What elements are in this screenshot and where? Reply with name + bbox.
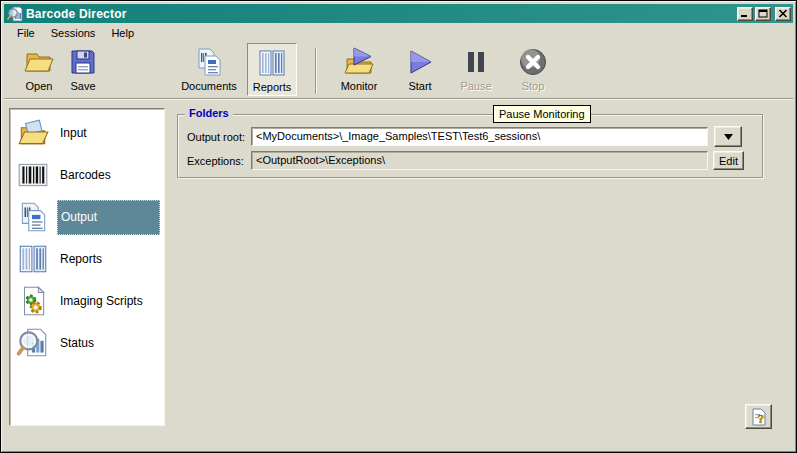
- menu-sessions[interactable]: Sessions: [43, 25, 104, 41]
- title-bar: Barcode Director: [4, 4, 793, 23]
- monitor-button[interactable]: Monitor: [329, 46, 389, 92]
- close-icon: [778, 9, 788, 18]
- toolbar: Open Save Documents: [4, 42, 793, 99]
- sidebar-item-label: Imaging Scripts: [57, 284, 160, 319]
- imaging-scripts-icon: [16, 284, 50, 318]
- pause-button[interactable]: Pause: [451, 46, 501, 92]
- sidebar-item-barcodes[interactable]: Barcodes: [10, 154, 164, 196]
- sidebar-item-label: Status: [57, 326, 160, 361]
- open-button[interactable]: Open: [15, 46, 63, 92]
- menu-help[interactable]: Help: [103, 25, 142, 41]
- sidebar-item-label: Input: [57, 116, 160, 151]
- reports-book-icon: [16, 242, 50, 276]
- status-magnifier-icon: [16, 326, 50, 360]
- start-button[interactable]: Start: [397, 46, 443, 92]
- reports-button[interactable]: Reports: [247, 43, 297, 96]
- sidebar-item-status[interactable]: Status: [10, 322, 164, 364]
- edit-button-label: Edit: [719, 155, 738, 167]
- stop-icon: [517, 46, 549, 78]
- pause-icon: [460, 46, 492, 78]
- minimize-icon: [740, 9, 750, 18]
- minimize-button[interactable]: [737, 7, 753, 21]
- documents-button[interactable]: Documents: [175, 46, 243, 92]
- save-floppy-icon: [67, 46, 99, 78]
- output-root-dropdown-button[interactable]: [714, 126, 742, 147]
- exceptions-row: Exceptions: <OutputRoot>\Exceptions\ Edi…: [187, 151, 744, 170]
- sidebar-item-reports[interactable]: Reports: [10, 238, 164, 280]
- stop-button[interactable]: Stop: [507, 46, 559, 92]
- reports-label: Reports: [253, 81, 292, 93]
- edit-button[interactable]: Edit: [713, 151, 744, 170]
- maximize-button[interactable]: [755, 7, 771, 21]
- sidebar-nav: Input Barcodes Output: [9, 108, 165, 426]
- help-button[interactable]: ?: [745, 404, 772, 429]
- sidebar-item-label: Reports: [57, 242, 160, 277]
- monitor-label: Monitor: [341, 80, 378, 92]
- window-title: Barcode Director: [26, 7, 735, 21]
- app-window: Barcode Director File Sessions Help Open: [0, 0, 797, 453]
- toolbar-separator: [315, 48, 317, 94]
- folders-groupbox: Folders Output root: <MyDocuments>\_Imag…: [177, 114, 763, 178]
- pause-monitoring-tooltip: Pause Monitoring: [493, 105, 591, 123]
- chevron-down-icon: [724, 134, 733, 140]
- exceptions-label: Exceptions:: [187, 155, 251, 167]
- menu-bar: File Sessions Help: [4, 24, 793, 42]
- help-icon: ?: [750, 408, 768, 426]
- pause-label: Pause: [460, 80, 491, 92]
- exceptions-input: <OutputRoot>\Exceptions\: [251, 151, 708, 170]
- documents-label: Documents: [181, 80, 237, 92]
- save-button[interactable]: Save: [61, 46, 105, 92]
- monitor-icon: [343, 46, 375, 78]
- reports-book-icon: [256, 47, 288, 79]
- svg-text:?: ?: [757, 411, 764, 426]
- output-root-label: Output root:: [187, 131, 251, 143]
- sidebar-item-label: Output: [57, 200, 160, 235]
- start-play-icon: [404, 46, 436, 78]
- input-folder-icon: [16, 116, 50, 150]
- open-label: Open: [26, 80, 53, 92]
- app-icon: [7, 6, 23, 22]
- sidebar-item-input[interactable]: Input: [10, 112, 164, 154]
- sidebar-item-output[interactable]: Output: [10, 196, 164, 238]
- sidebar-item-imaging-scripts[interactable]: Imaging Scripts: [10, 280, 164, 322]
- save-label: Save: [70, 80, 95, 92]
- output-root-row: Output root: <MyDocuments>\_Image_Sample…: [187, 126, 742, 147]
- menu-file[interactable]: File: [9, 25, 43, 41]
- stop-label: Stop: [522, 80, 545, 92]
- output-root-input[interactable]: <MyDocuments>\_Image_Samples\TEST\Test6_…: [251, 127, 708, 146]
- start-label: Start: [408, 80, 431, 92]
- output-documents-icon: [16, 200, 50, 234]
- barcode-icon: [16, 158, 50, 192]
- sidebar-item-label: Barcodes: [57, 158, 160, 193]
- close-button[interactable]: [775, 7, 791, 21]
- documents-icon: [193, 46, 225, 78]
- maximize-icon: [758, 9, 768, 18]
- open-folder-icon: [23, 46, 55, 78]
- groupbox-title: Folders: [185, 107, 233, 119]
